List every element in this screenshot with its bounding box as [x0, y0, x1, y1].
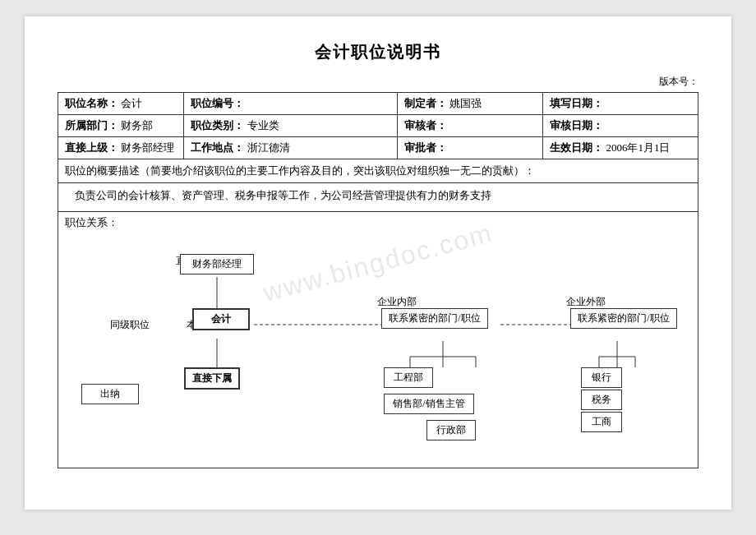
- table-row-summary-title: 职位的概要描述（简要地介绍该职位的主要工作内容及目的，突出该职位对组织独一无二的…: [58, 159, 698, 183]
- fill-date-cell: 填写日期：: [543, 93, 698, 115]
- internal-label: 企业内部: [377, 295, 417, 309]
- reviewer-cell: 审核者：: [398, 115, 543, 137]
- creator-cell: 制定者： 姚国强: [398, 93, 543, 115]
- table-row-summary-content: 负责公司的会计核算、资产管理、税务申报等工作，为公司经营管理提供有力的财务支持: [58, 183, 698, 212]
- version-label: 版本号：: [659, 76, 698, 87]
- position-type-value: 专业类: [247, 119, 279, 131]
- table-row-3: 直接上级： 财务部经理 工作地点： 浙江德清 审批者： 生效日期： 2006年1…: [58, 137, 698, 159]
- superior-value: 财务部经理: [121, 141, 174, 154]
- internal-close-box: 联系紧密的部门/职位: [381, 308, 488, 329]
- dept-cell: 所属部门： 财务部: [58, 115, 184, 137]
- summary-content-cell: 负责公司的会计核算、资产管理、税务申报等工作，为公司经营管理提供有力的财务支持: [58, 183, 698, 212]
- external-dept1-box: 银行: [581, 367, 622, 388]
- direct-subordinate-box: 直接下属: [184, 367, 240, 390]
- summary-title: 职位的概要描述（简要地介绍该职位的主要工作内容及目的，突出该职位对组织独一无二的…: [65, 164, 535, 177]
- reviewer-label: 审核者：: [404, 119, 447, 131]
- position-code-cell: 职位编号：: [184, 93, 398, 115]
- relation-area: 直属上司 同级职位 本职位 直接下属 企业内部 企业外部 财务部经理 会计 出纳…: [58, 233, 698, 468]
- creator-label: 制定者：: [404, 97, 447, 109]
- relations-title: 职位关系：: [65, 216, 118, 228]
- version-row: 版本号：: [58, 75, 698, 89]
- table-row-relations-title: 职位关系：: [58, 212, 698, 234]
- this-position-box: 会计: [192, 308, 250, 330]
- creator-value: 姚国强: [449, 97, 482, 109]
- relations-title-cell: 职位关系：: [58, 212, 698, 234]
- summary-title-cell: 职位的概要描述（简要地介绍该职位的主要工作内容及目的，突出该职位对组织独一无二的…: [58, 159, 698, 183]
- internal-dept3-box: 行政部: [426, 420, 476, 440]
- internal-dept2-box: 销售部/销售主管: [384, 394, 474, 414]
- dept-label: 所属部门：: [65, 119, 118, 131]
- position-name-value: 会计: [121, 97, 142, 109]
- review-date-label: 审核日期：: [550, 119, 603, 131]
- effective-date-label: 生效日期：: [550, 141, 603, 154]
- external-label: 企业外部: [566, 295, 606, 309]
- superior-cell: 直接上级： 财务部经理: [58, 137, 184, 159]
- position-name-label: 职位名称：: [65, 97, 118, 109]
- work-location-label: 工作地点：: [191, 141, 244, 154]
- external-dept3-box: 工商: [581, 412, 622, 432]
- summary-content: 负责公司的会计核算、资产管理、税务申报等工作，为公司经营管理提供有力的财务支持: [75, 189, 491, 201]
- table-row-1: 职位名称： 会计 职位编号： 制定者： 姚国强 填写日期：: [58, 93, 698, 115]
- review-date-cell: 审核日期：: [543, 115, 698, 137]
- fill-date-label: 填写日期：: [550, 97, 603, 109]
- main-table: 职位名称： 会计 职位编号： 制定者： 姚国强 填写日期： 所属部门： 财务部: [58, 92, 698, 233]
- table-row-2: 所属部门： 财务部 职位类别： 专业类 审核者： 审核日期：: [58, 115, 698, 137]
- page-title: 会计职位说明书: [58, 41, 698, 63]
- external-close-box: 联系紧密的部门/职位: [570, 308, 677, 329]
- document-page: www.bingdoc.com 会计职位说明书 版本号： 职位名称： 会计 职位…: [25, 16, 731, 510]
- position-name-cell: 职位名称： 会计: [58, 93, 184, 115]
- work-location-value: 浙江德清: [247, 141, 290, 154]
- internal-dept1-box: 工程部: [384, 367, 433, 388]
- work-location-cell: 工作地点： 浙江德清: [184, 137, 398, 159]
- position-type-label: 职位类别：: [191, 119, 244, 131]
- position-code-label: 职位编号：: [191, 97, 244, 109]
- direct-subordinate-label: 直接下属: [184, 367, 240, 390]
- dept-value: 财务部: [121, 119, 153, 131]
- effective-date-cell: 生效日期： 2006年1月1日: [543, 137, 698, 159]
- superior-label: 直接上级：: [65, 141, 118, 154]
- external-dept2-box: 税务: [581, 390, 622, 410]
- position-type-cell: 职位类别： 专业类: [184, 115, 398, 137]
- approver-label: 审批者：: [404, 141, 447, 154]
- superior-box: 财务部经理: [180, 254, 254, 274]
- effective-date-value: 2006年1月1日: [606, 141, 670, 154]
- approver-cell: 审批者：: [398, 137, 543, 159]
- org-chart: 直属上司 同级职位 本职位 直接下属 企业内部 企业外部 财务部经理 会计 出纳…: [65, 246, 691, 459]
- peer-out-box: 出纳: [81, 384, 139, 404]
- peer-label: 同级职位: [110, 318, 150, 332]
